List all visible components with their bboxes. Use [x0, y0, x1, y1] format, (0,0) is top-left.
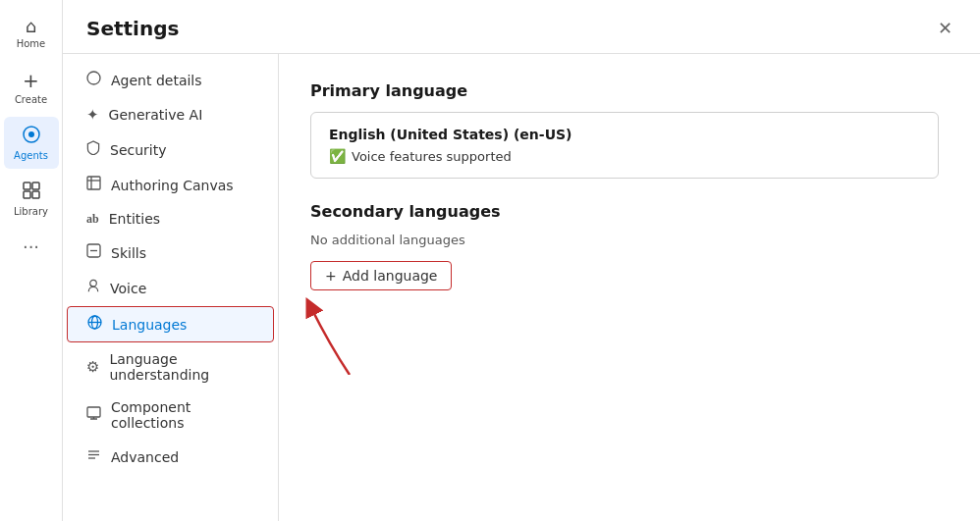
- sidebar-label-voice: Voice: [110, 281, 146, 296]
- primary-language-card: English (United States) (en-US) ✅ Voice …: [310, 112, 939, 179]
- svg-rect-7: [87, 177, 100, 189]
- sidebar-label-security: Security: [110, 142, 167, 158]
- create-icon: +: [23, 69, 39, 92]
- nav-item-home[interactable]: ⌂ Home: [4, 8, 59, 57]
- generative-ai-icon: ✦: [86, 106, 99, 124]
- agent-details-icon: [86, 71, 101, 89]
- add-language-label: Add language: [343, 268, 438, 284]
- nav-item-library[interactable]: Library: [4, 173, 59, 225]
- sidebar-label-advanced: Advanced: [111, 449, 179, 465]
- skills-icon: [86, 243, 101, 262]
- voice-supported-row: ✅ Voice features supported: [329, 148, 920, 164]
- sidebar-label-entities: Entities: [109, 211, 160, 227]
- language-understanding-icon: ⚙: [86, 358, 99, 376]
- sidebar-item-language-understanding[interactable]: ⚙ Language understanding: [67, 343, 274, 391]
- sidebar-item-security[interactable]: Security: [67, 132, 274, 167]
- nav-label-create: Create: [15, 94, 47, 105]
- svg-rect-16: [87, 407, 100, 417]
- check-circle-icon: ✅: [329, 148, 346, 164]
- nav-label-agents: Agents: [14, 150, 48, 161]
- sidebar-label-generative-ai: Generative AI: [109, 107, 203, 123]
- svg-rect-4: [24, 191, 30, 198]
- svg-rect-5: [32, 191, 39, 198]
- nav-item-create[interactable]: + Create: [4, 61, 59, 113]
- settings-header: Settings ✕: [63, 0, 980, 54]
- plus-icon: +: [325, 268, 337, 284]
- security-icon: [86, 140, 100, 159]
- sidebar-item-skills[interactable]: Skills: [67, 235, 274, 270]
- settings-body: Agent details ✦ Generative AI Security A…: [63, 54, 980, 521]
- voice-supported-label: Voice features supported: [352, 149, 512, 164]
- svg-rect-3: [32, 182, 39, 189]
- settings-content: Primary language English (United States)…: [279, 54, 980, 521]
- nav-label-library: Library: [14, 206, 48, 217]
- primary-language-name: English (United States) (en-US): [329, 127, 920, 142]
- more-nav-button[interactable]: ···: [15, 229, 47, 265]
- sidebar-item-languages[interactable]: Languages: [67, 306, 274, 342]
- annotation-arrow: [300, 296, 359, 375]
- sidebar-label-languages: Languages: [112, 317, 187, 333]
- home-icon: ⌂: [26, 16, 36, 36]
- settings-title: Settings: [86, 17, 179, 40]
- sidebar-item-advanced[interactable]: Advanced: [67, 440, 274, 474]
- sidebar-item-agent-details[interactable]: Agent details: [67, 63, 274, 97]
- close-button[interactable]: ✕: [934, 16, 956, 41]
- svg-point-12: [90, 280, 97, 287]
- voice-icon: [86, 279, 100, 297]
- entities-icon: ab: [86, 212, 99, 227]
- primary-language-section-title: Primary language: [310, 81, 949, 100]
- sidebar-item-voice[interactable]: Voice: [67, 271, 274, 305]
- settings-panel: Settings ✕ Agent details ✦ Generative AI…: [63, 0, 980, 521]
- add-language-container: + Add language: [310, 261, 452, 290]
- sidebar-item-authoring-canvas[interactable]: Authoring Canvas: [67, 168, 274, 202]
- svg-rect-2: [24, 182, 30, 189]
- advanced-icon: [86, 447, 101, 466]
- secondary-languages-section-title: Secondary languages: [310, 202, 949, 221]
- authoring-canvas-icon: [86, 176, 101, 194]
- component-collections-icon: [86, 406, 101, 425]
- nav-item-agents[interactable]: Agents: [4, 117, 59, 169]
- sidebar-item-component-collections[interactable]: Component collections: [67, 391, 274, 439]
- settings-sidebar: Agent details ✦ Generative AI Security A…: [63, 54, 279, 521]
- nav-label-home: Home: [17, 38, 46, 49]
- languages-icon: [87, 315, 102, 334]
- svg-point-6: [87, 72, 100, 84]
- sidebar-item-entities[interactable]: ab Entities: [67, 203, 274, 234]
- sidebar-item-generative-ai[interactable]: ✦ Generative AI: [67, 98, 274, 131]
- svg-point-1: [28, 131, 34, 137]
- sidebar-label-skills: Skills: [111, 245, 146, 261]
- sidebar-label-language-understanding: Language understanding: [109, 351, 254, 383]
- left-nav: ⌂ Home + Create Agents Library ···: [0, 0, 63, 521]
- sidebar-label-agent-details: Agent details: [111, 73, 202, 88]
- add-language-button[interactable]: + Add language: [310, 261, 452, 290]
- sidebar-label-component-collections: Component collections: [111, 399, 254, 431]
- agents-icon: [22, 125, 41, 148]
- library-icon: [22, 181, 41, 204]
- no-languages-text: No additional languages: [310, 233, 949, 247]
- sidebar-label-authoring-canvas: Authoring Canvas: [111, 178, 234, 193]
